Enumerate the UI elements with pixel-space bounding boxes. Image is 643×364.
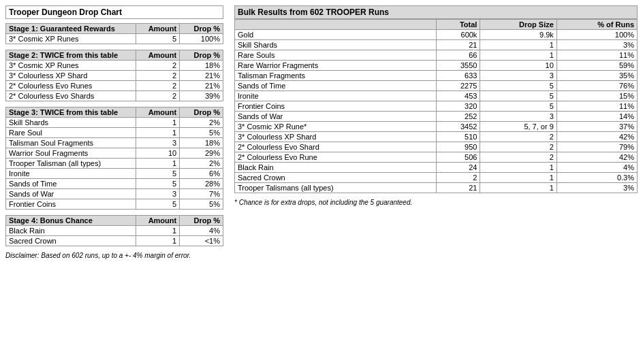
bulk-col-item xyxy=(235,20,437,30)
table-row: Rare Souls66111% xyxy=(235,50,638,61)
bulk-item-total: 3452 xyxy=(436,122,480,132)
bulk-item-drop-size: 1 xyxy=(480,40,556,50)
stage3-col-drop: Drop % xyxy=(180,107,223,118)
item-drop: 21% xyxy=(180,71,223,81)
bulk-item-pct: 14% xyxy=(556,112,637,122)
item-amount: 5 xyxy=(136,34,180,44)
right-panel: Bulk Results from 602 TROOPER Runs Total… xyxy=(234,5,638,206)
item-name: 2* Colourless Evo Shards xyxy=(6,91,136,101)
bulk-table: Total Drop Size % of Runs Gold600k9.9k10… xyxy=(234,19,638,193)
item-drop: 18% xyxy=(180,61,223,71)
bulk-col-total: Total xyxy=(436,20,480,30)
bulk-item-drop-size: 1 xyxy=(480,50,556,61)
table-row: Skill Shards2113% xyxy=(235,40,638,50)
bulk-item-name: Rare Souls xyxy=(235,50,437,61)
bulk-item-name: Sacred Crown xyxy=(235,173,437,183)
item-drop: 6% xyxy=(180,169,223,179)
table-row: Sands of Time2275576% xyxy=(235,81,638,91)
bulk-item-name: 2* Colourless Evo Rune xyxy=(235,152,437,163)
bulk-title: Bulk Results from 602 TROOPER Runs xyxy=(234,5,638,19)
table-row: Sacred Crown1<1% xyxy=(6,236,223,246)
item-name: 3* Cosmic XP Runes xyxy=(6,61,136,71)
bulk-item-pct: 35% xyxy=(556,71,637,81)
table-row: 2* Colourless Evo Shards239% xyxy=(6,91,223,101)
bulk-item-pct: 15% xyxy=(556,91,637,101)
stage1-header: Stage 1: Guaranteed Rewards xyxy=(6,24,136,34)
stage4-table: Stage 4: Bonus Chance Amount Drop % Blac… xyxy=(5,215,223,246)
chart-title: Trooper Dungeon Drop Chart xyxy=(5,5,223,19)
bulk-item-drop-size: 3 xyxy=(480,112,556,122)
bulk-item-pct: 3% xyxy=(556,183,637,193)
bulk-item-name: 2* Colourless Evo Shard xyxy=(235,142,437,152)
bulk-item-name: Trooper Talismans (all types) xyxy=(235,183,437,193)
bulk-item-drop-size: 5 xyxy=(480,91,556,101)
item-amount: 5 xyxy=(136,169,180,179)
bulk-item-name: Talisman Fragments xyxy=(235,71,437,81)
item-drop: 29% xyxy=(180,148,223,159)
item-amount: 5 xyxy=(136,199,180,210)
bulk-footnote: * Chance is for extra drops, not includi… xyxy=(234,199,638,206)
bulk-item-total: 21 xyxy=(436,40,480,50)
item-drop: 39% xyxy=(180,91,223,101)
item-drop: 18% xyxy=(180,138,223,148)
stage2-col-drop: Drop % xyxy=(180,50,223,61)
bulk-item-pct: 59% xyxy=(556,61,637,71)
main-container: Trooper Dungeon Drop Chart Stage 1: Guar… xyxy=(5,5,638,259)
stage1-col-drop: Drop % xyxy=(180,24,223,34)
item-name: 3* Colourless XP Shard xyxy=(6,71,136,81)
stage1-col-amount: Amount xyxy=(136,24,180,34)
bulk-item-name: Skill Shards xyxy=(235,40,437,50)
item-name: Sands of Time xyxy=(6,179,136,189)
item-drop: 100% xyxy=(180,34,223,44)
stage4-col-amount: Amount xyxy=(136,216,180,226)
bulk-item-drop-size: 2 xyxy=(480,142,556,152)
bulk-item-drop-size: 2 xyxy=(480,132,556,142)
bulk-item-drop-size: 2 xyxy=(480,152,556,163)
item-amount: 2 xyxy=(136,91,180,101)
table-row: 3* Cosmic XP Rune*34525, 7, or 937% xyxy=(235,122,638,132)
table-row: Talisman Soul Fragments318% xyxy=(6,138,223,148)
bulk-item-drop-size: 9.9k xyxy=(480,30,556,40)
bulk-item-pct: 11% xyxy=(556,50,637,61)
item-name: Talisman Soul Fragments xyxy=(6,138,136,148)
bulk-item-name: 3* Cosmic XP Rune* xyxy=(235,122,437,132)
stage4-col-drop: Drop % xyxy=(180,216,223,226)
item-name: Ironite xyxy=(6,169,136,179)
bulk-item-pct: 3% xyxy=(556,40,637,50)
table-row: Trooper Talisman (all types)12% xyxy=(6,159,223,169)
table-row: Rare Soul15% xyxy=(6,128,223,138)
bulk-item-pct: 0.3% xyxy=(556,173,637,183)
table-row: 3* Colourless XP Shard221% xyxy=(6,71,223,81)
bulk-item-pct: 79% xyxy=(556,142,637,152)
item-name: Warrior Soul Fragments xyxy=(6,148,136,159)
item-drop: <1% xyxy=(180,236,223,246)
item-drop: 2% xyxy=(180,118,223,128)
table-row: 3* Cosmic XP Runes5100% xyxy=(6,34,223,44)
item-amount: 3 xyxy=(136,189,180,199)
bulk-item-total: 506 xyxy=(436,152,480,163)
item-drop: 5% xyxy=(180,199,223,210)
bulk-item-total: 950 xyxy=(436,142,480,152)
table-row: 3* Colourless XP Shard510242% xyxy=(235,132,638,142)
stage3-table: Stage 3: TWICE from this table Amount Dr… xyxy=(5,107,223,210)
item-amount: 10 xyxy=(136,148,180,159)
bulk-item-name: Sands of Time xyxy=(235,81,437,91)
disclaimer: Disclaimer: Based on 602 runs, up to a +… xyxy=(5,252,223,259)
bulk-item-name: 3* Colourless XP Shard xyxy=(235,132,437,142)
bulk-item-name: Sands of War xyxy=(235,112,437,122)
table-row: Sacred Crown210.3% xyxy=(235,173,638,183)
bulk-item-total: 2 xyxy=(436,173,480,183)
table-row: Black Rain2414% xyxy=(235,163,638,173)
bulk-col-drop-size: Drop Size xyxy=(480,20,556,30)
bulk-item-name: Black Rain xyxy=(235,163,437,173)
item-amount: 2 xyxy=(136,61,180,71)
item-amount: 5 xyxy=(136,179,180,189)
bulk-item-drop-size: 5, 7, or 9 xyxy=(480,122,556,132)
bulk-item-pct: 100% xyxy=(556,30,637,40)
table-row: Black Rain14% xyxy=(6,226,223,236)
bulk-item-total: 453 xyxy=(436,91,480,101)
bulk-item-drop-size: 3 xyxy=(480,71,556,81)
bulk-item-pct: 37% xyxy=(556,122,637,132)
bulk-item-name: Ironite xyxy=(235,91,437,101)
item-name: 2* Colourless Evo Runes xyxy=(6,81,136,91)
